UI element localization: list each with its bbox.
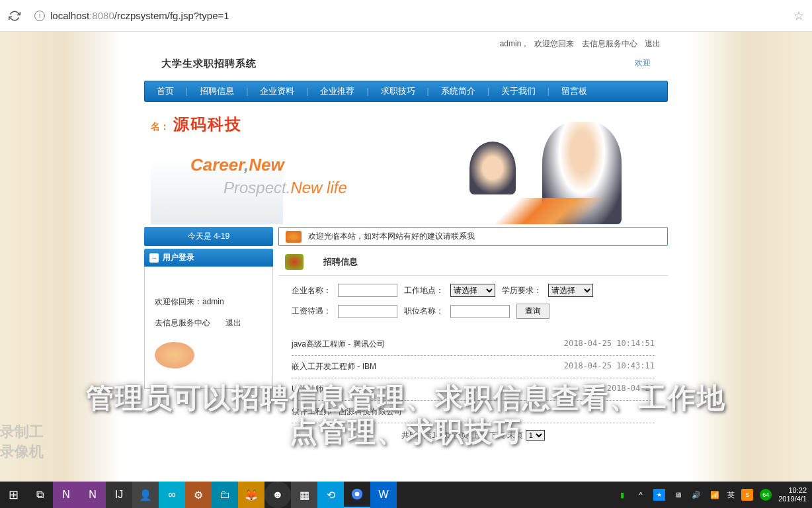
tray-volume-icon[interactable]: 🔊 (690, 489, 702, 501)
page-total: 共5条 (401, 431, 422, 440)
link-info-center-side[interactable]: 去信息服务中心 (155, 318, 210, 327)
tray-icon[interactable]: 🖥 (672, 489, 684, 501)
select-education[interactable]: 请选择 (548, 284, 593, 297)
url-bar[interactable]: i localhost:8080/rczpsystem/fg.jsp?type=… (34, 10, 787, 21)
date-box: 今天是 4-19 (144, 227, 273, 246)
nav-about[interactable]: 关于我们 (489, 85, 548, 97)
section-title: 招聘信息 (323, 256, 358, 268)
taskbar-chrome[interactable] (344, 482, 370, 508)
taskbar-app[interactable]: 🗀 (212, 482, 238, 508)
page-select[interactable]: 1 (526, 430, 545, 441)
nav-home[interactable]: 首页 (145, 85, 186, 97)
svg-point-1 (355, 492, 360, 497)
select-location[interactable]: 请选择 (450, 284, 495, 297)
decorative-icon (155, 342, 194, 368)
marquee-box: 欢迎光临本站，如对本网站有好的建议请联系我 (278, 227, 668, 246)
browser-address-bar: i localhost:8080/rczpsystem/fg.jsp?type=… (0, 0, 812, 32)
taskbar-app[interactable]: ∞ (159, 482, 185, 508)
taskbar-app[interactable]: W (370, 482, 397, 508)
taskbar-app[interactable]: ☻ (264, 482, 291, 508)
list-item[interactable]: UI设计师 2018-04-25 (292, 378, 655, 401)
tray-icon[interactable]: ★ (653, 489, 665, 501)
taskbar-app[interactable]: ⚙ (185, 482, 212, 508)
windows-taskbar: ⊞ ⧉ N N IJ 👤 ∞ ⚙ 🗀 🦊 ☻ ▦ ⟲ W ▮ ^ ★ 🖥 🔊 📶… (0, 482, 812, 508)
page-prev[interactable]: 上页 (471, 431, 487, 440)
input-company[interactable] (338, 284, 397, 297)
reload-icon[interactable] (8, 9, 21, 22)
taskbar-app[interactable]: ▦ (291, 482, 317, 508)
label-location: 工作地点： (404, 285, 444, 296)
taskbar-app[interactable]: 👤 (132, 482, 159, 508)
tray-ime[interactable]: 英 (727, 490, 735, 500)
list-item[interactable]: java高级工程师 - 腾讯公司 2018-04-25 10:14:51 (292, 333, 655, 356)
tray-badge[interactable]: 64 (760, 489, 772, 501)
top-user-links: admin，欢迎您回来 去信息服务中心 退出 (142, 32, 670, 52)
label-position: 职位名称： (404, 306, 444, 317)
main-nav: 首页| 招聘信息| 企业资料| 企业推荐| 求职技巧| 系统简介| 关于我们| … (144, 81, 668, 102)
taskbar-app[interactable]: 🦊 (238, 482, 264, 508)
label-salary: 工资待遇： (292, 306, 331, 317)
arrow-right-icon: → (149, 253, 159, 263)
nav-company-info[interactable]: 企业资料 (248, 85, 306, 97)
nav-tips[interactable]: 求职技巧 (369, 85, 427, 97)
info-icon: i (34, 11, 45, 21)
taskbar-app[interactable]: ⟲ (317, 482, 344, 508)
nav-company-rec[interactable]: 企业推荐 (308, 85, 366, 97)
nav-jobs[interactable]: 招聘信息 (188, 85, 246, 97)
task-view-icon[interactable]: ⧉ (26, 482, 53, 508)
taskbar-app[interactable]: N (53, 482, 79, 508)
marquee-text: 欢迎光临本站，如对本网站有好的建议请联系我 (308, 231, 475, 242)
announcement-icon (286, 231, 302, 243)
label-education: 学历要求： (502, 285, 542, 296)
bookmark-star-icon[interactable]: ☆ (793, 9, 804, 23)
banner: 名： 源码科技 Career,New Prospect.New life (144, 102, 668, 224)
query-button[interactable]: 查询 (516, 304, 549, 319)
page-next[interactable]: 下页 (489, 431, 505, 440)
login-panel-header: → 用户登录 (144, 249, 273, 267)
page-first[interactable]: 首页 (453, 431, 469, 440)
login-panel-body: 欢迎你回来：admin 去信息服务中心 退出 (144, 267, 273, 389)
tray-chevron-up-icon[interactable]: ^ (635, 489, 647, 501)
taskbar-app[interactable]: N (79, 482, 106, 508)
system-tray: ▮ ^ ★ 🖥 🔊 📶 英 S 64 10:22 2019/4/1 (616, 486, 812, 503)
pagination: 共5条 第1/2页 首页 上页 下页 末页 1 (278, 423, 668, 448)
list-item[interactable]: 软件工程师 - 国源科技有限公司 (292, 401, 655, 423)
slogan-line2: Prospect.New life (223, 179, 347, 197)
nav-intro[interactable]: 系统简介 (429, 85, 487, 97)
taskbar-app[interactable]: IJ (106, 482, 132, 508)
site-title: 大学生求职招聘系统 (161, 58, 257, 69)
input-position[interactable] (450, 305, 510, 318)
label-company: 企业名称： (292, 285, 331, 296)
user-name: admin (500, 39, 522, 48)
taskbar-clock[interactable]: 10:22 2019/4/1 (778, 486, 807, 503)
nav-guestbook[interactable]: 留言板 (549, 85, 599, 97)
brand-label: 名： (151, 121, 169, 132)
page-current: 第1/2页 (424, 431, 451, 440)
link-logout[interactable]: 退出 (645, 39, 661, 48)
login-welcome-line: 欢迎你回来：admin (155, 296, 263, 308)
link-info-center[interactable]: 去信息服务中心 (582, 39, 637, 48)
page-last[interactable]: 末页 (507, 431, 523, 440)
welcome-text: 欢迎您回来 (534, 39, 574, 48)
input-salary[interactable] (338, 305, 397, 318)
watermark: 录制工 录像机 (0, 422, 44, 462)
filter-form: 企业名称： 工作地点： 请选择 学历要求： 请选择 工资待遇： 职位名称： 查询 (278, 276, 668, 333)
list-item[interactable]: 嵌入工开发工程师 - IBM 2018-04-25 10:43:11 (292, 356, 655, 378)
url-text: localhost:8080/rczpsystem/fg.jsp?type=1 (50, 10, 229, 21)
banner-person-graphic (469, 142, 516, 194)
tray-wifi-icon[interactable]: 📶 (709, 489, 721, 501)
brand-name: 源码科技 (173, 116, 242, 133)
page-viewport: admin，欢迎您回来 去信息服务中心 退出 大学生求职招聘系统 欢迎 首页| … (0, 32, 812, 482)
section-icon (285, 254, 304, 270)
banner-swoosh-graphic (403, 198, 668, 224)
link-logout-side[interactable]: 退出 (225, 318, 241, 327)
section-header: 招聘信息 (278, 249, 668, 276)
start-button[interactable]: ⊞ (0, 482, 26, 508)
slogan-line1: Career,New (190, 155, 347, 175)
welcome-tag: 欢迎 (635, 58, 651, 69)
tray-icon[interactable]: S (741, 489, 753, 501)
login-panel-title: 用户登录 (163, 252, 194, 263)
job-list: java高级工程师 - 腾讯公司 2018-04-25 10:14:51 嵌入工… (278, 333, 668, 423)
tray-icon[interactable]: ▮ (616, 489, 628, 501)
